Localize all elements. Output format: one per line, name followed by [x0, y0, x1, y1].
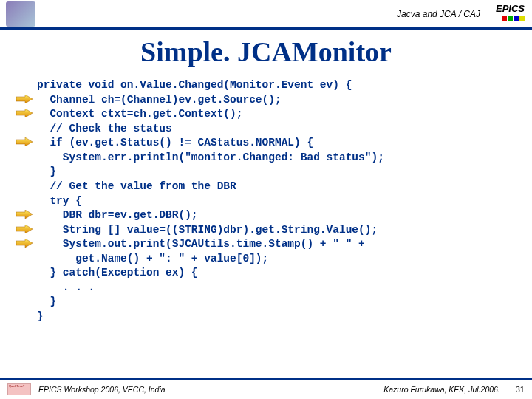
code-line: DBR dbr=ev.get.DBR(); — [37, 208, 510, 223]
highlight-arrow-icon — [16, 225, 33, 233]
code-line: } — [37, 165, 510, 180]
slide-header: Jacva and JCA / CAJ EPICS — [0, 0, 532, 30]
code-block: private void on.Value.Changed(Monitor.Ev… — [0, 78, 532, 324]
code-line: get.Name() + ": " + value[0]); — [37, 252, 510, 267]
quicktime-placeholder-icon: QuickTime? — [7, 383, 31, 395]
footer-author: Kazuro Furukawa, KEK, Jul.2006. 31 — [383, 385, 525, 394]
highlight-arrow-icon — [16, 137, 33, 146]
code-line: if (ev.get.Status() != CAStatus.NORMAL) … — [37, 136, 510, 151]
code-line: System.err.println("monitor.Changed: Bad… — [37, 151, 510, 166]
epics-brand: EPICS — [496, 3, 525, 14]
highlight-arrow-icon — [16, 210, 33, 219]
highlight-arrow-icon — [16, 109, 33, 117]
code-line: Channel ch=(Channel)ev.get.Source(); — [37, 93, 510, 108]
slide-title: Simple. JCAMonitor — [0, 35, 532, 68]
code-line: System.out.print(SJCAUtils.time.Stamp() … — [37, 237, 510, 252]
code-line: } catch(Exception ex) { — [37, 266, 510, 281]
institution-logo — [6, 1, 35, 27]
code-line: private void on.Value.Changed(Monitor.Ev… — [37, 78, 510, 93]
code-line: Context ctxt=ch.get.Context(); — [37, 107, 510, 122]
header-subject: Jacva and JCA / CAJ — [44, 9, 525, 19]
code-line: // Get the value from the DBR — [37, 180, 510, 194]
highlight-arrow-icon — [16, 239, 33, 248]
code-line: try { — [37, 194, 510, 209]
slide-footer: QuickTime? EPICS Workshop 2006, VECC, In… — [0, 378, 532, 399]
code-line: } — [37, 295, 510, 310]
code-line: // Check the status — [37, 122, 510, 137]
highlight-arrow-icon — [16, 95, 33, 103]
code-line: } — [37, 310, 510, 324]
page-number: 31 — [516, 385, 525, 394]
footer-venue: EPICS Workshop 2006, VECC, India — [38, 385, 383, 394]
code-line: String [] value=((STRING)dbr).get.String… — [37, 223, 510, 238]
code-line: . . . — [37, 281, 510, 296]
epics-color-icon — [502, 16, 525, 21]
